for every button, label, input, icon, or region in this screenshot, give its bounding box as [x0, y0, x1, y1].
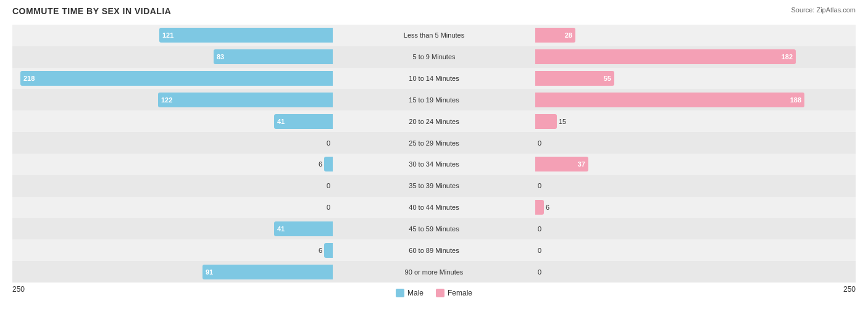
table-row: 6 60 to 89 Minutes 0 [12, 239, 856, 261]
male-bar: 83 [214, 49, 333, 64]
half-left: 41 [12, 110, 383, 132]
female-bar: 28 [535, 28, 575, 43]
legend-male-box [396, 289, 404, 297]
chart-title: COMMUTE TIME BY SEX IN VIDALIA [12, 6, 171, 16]
chart-body: 121 Less than 5 Minutes 28 83 5 to 9 Min… [12, 25, 856, 297]
half-left: 6 [12, 154, 383, 175]
half-left: 122 [12, 89, 383, 110]
male-value: 41 [277, 118, 285, 125]
female-value: 188 [790, 96, 801, 104]
half-left: 83 [12, 46, 383, 68]
table-row: 83 5 to 9 Minutes 182 [12, 46, 856, 68]
legend-female-box [436, 289, 444, 297]
female-bar [535, 200, 544, 215]
female-value: 6 [546, 204, 549, 211]
half-left: 0 [12, 197, 383, 218]
legend-male-label: Male [407, 289, 424, 297]
female-value: 182 [782, 53, 793, 60]
half-right: 182 [485, 46, 856, 68]
row-label: 40 to 44 Minutes [383, 204, 485, 211]
table-row: 122 15 to 19 Minutes 188 [12, 89, 856, 110]
male-value: 91 [206, 268, 213, 276]
male-bar: 41 [274, 114, 333, 129]
row-label: 15 to 19 Minutes [383, 96, 485, 104]
half-right: 15 [485, 110, 856, 132]
half-right: 28 [485, 25, 856, 46]
female-value-zero: 0 [538, 247, 541, 254]
male-value: 41 [277, 225, 285, 233]
female-value-zero: 0 [538, 225, 541, 233]
female-value-zero: 0 [538, 268, 541, 276]
table-row: 0 35 to 39 Minutes 0 [12, 175, 856, 197]
table-row: 91 90 or more Minutes 0 [12, 261, 856, 283]
row-label: 35 to 39 Minutes [383, 182, 485, 189]
row-label: 10 to 14 Minutes [383, 75, 485, 82]
table-row: 121 Less than 5 Minutes 28 [12, 25, 856, 46]
half-right: 37 [485, 154, 856, 175]
half-left: 41 [12, 218, 383, 239]
male-value-zero: 0 [327, 204, 330, 211]
male-bar: 121 [159, 28, 333, 43]
half-right: 6 [485, 197, 856, 218]
female-value-zero: 0 [538, 139, 541, 147]
legend-female: Female [436, 289, 472, 297]
chart-container: COMMUTE TIME BY SEX IN VIDALIA Source: Z… [0, 0, 868, 322]
male-bar: 122 [158, 93, 333, 107]
half-left: 0 [12, 175, 383, 197]
female-value: 15 [559, 118, 566, 125]
half-left: 6 [12, 239, 383, 261]
table-row: 6 30 to 34 Minutes 37 [12, 154, 856, 175]
legend-male: Male [396, 289, 424, 297]
axis-labels: 250 Male Female 250 [12, 285, 856, 297]
male-value: 122 [161, 96, 172, 104]
half-right: 0 [485, 175, 856, 197]
half-right: 0 [485, 132, 856, 154]
row-label: 30 to 34 Minutes [383, 160, 485, 168]
half-left: 91 [12, 261, 383, 283]
half-right: 0 [485, 239, 856, 261]
source-label: Source: ZipAtlas.com [791, 6, 856, 14]
table-row: 218 10 to 14 Minutes 55 [12, 68, 856, 89]
male-bar [324, 157, 333, 171]
male-value: 121 [162, 31, 173, 39]
half-left: 0 [12, 132, 383, 154]
table-row: 41 20 to 24 Minutes 15 [12, 110, 856, 132]
male-value-zero: 0 [327, 139, 330, 147]
male-value: 83 [217, 53, 224, 60]
row-label: Less than 5 Minutes [383, 31, 485, 39]
female-value-zero: 0 [538, 182, 541, 189]
table-row: 41 45 to 59 Minutes 0 [12, 218, 856, 239]
half-left: 218 [12, 68, 383, 89]
male-value: 218 [23, 75, 35, 82]
row-label: 25 to 29 Minutes [383, 139, 485, 147]
half-left: 121 [12, 25, 383, 46]
male-value: 6 [319, 247, 322, 254]
female-value: 28 [565, 31, 572, 39]
row-label: 60 to 89 Minutes [383, 247, 485, 254]
axis-right: 250 [843, 285, 856, 297]
female-bar: 37 [535, 157, 588, 171]
female-bar: 182 [535, 49, 796, 64]
female-bar [535, 114, 557, 129]
legend-female-label: Female [448, 289, 472, 297]
table-row: 0 25 to 29 Minutes 0 [12, 132, 856, 154]
row-label: 90 or more Minutes [383, 268, 485, 276]
female-value: 55 [604, 75, 611, 82]
female-bar: 188 [535, 93, 804, 107]
half-right: 188 [485, 89, 856, 110]
legend: Male Female [396, 289, 472, 297]
female-bar: 55 [535, 71, 614, 86]
axis-left: 250 [12, 285, 25, 297]
half-right: 0 [485, 261, 856, 283]
rows-wrapper: 121 Less than 5 Minutes 28 83 5 to 9 Min… [12, 25, 856, 283]
table-row: 0 40 to 44 Minutes 6 [12, 197, 856, 218]
male-value-zero: 0 [327, 182, 330, 189]
female-value: 37 [578, 160, 585, 168]
male-bar [324, 243, 333, 258]
male-bar: 218 [20, 71, 333, 86]
row-label: 5 to 9 Minutes [383, 53, 485, 60]
row-label: 45 to 59 Minutes [383, 225, 485, 233]
male-bar: 41 [274, 221, 333, 236]
half-right: 0 [485, 218, 856, 239]
row-label: 20 to 24 Minutes [383, 118, 485, 125]
